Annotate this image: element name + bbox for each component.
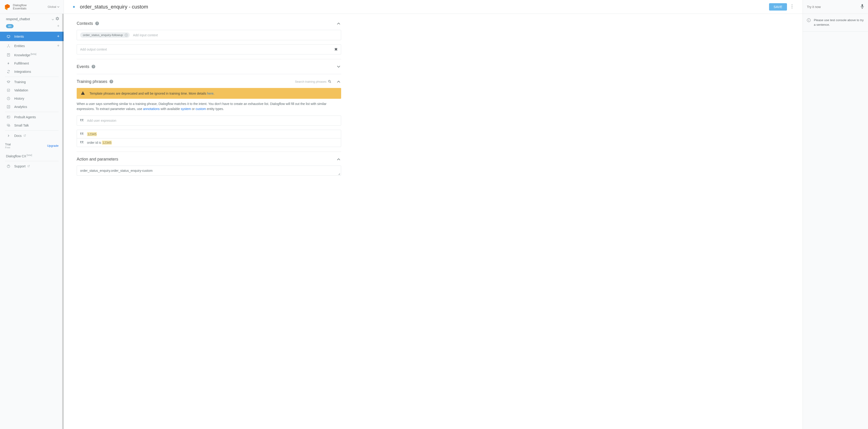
nav-intents[interactable]: Intents + [0, 32, 64, 41]
output-context-field[interactable] [80, 48, 334, 51]
smalltalk-icon [6, 124, 11, 127]
nav-prebuilt-agents[interactable]: Prebuilt Agents [0, 113, 64, 121]
nav-separator [5, 112, 59, 112]
nav-label: Prebuilt Agents [14, 115, 36, 119]
clear-output-context-icon[interactable]: ✖ [334, 47, 338, 52]
nav-docs[interactable]: Docs [0, 131, 64, 140]
input-context-box[interactable]: order_status_enquiry-followup ✕ [77, 30, 341, 40]
info-icon: i [807, 19, 811, 22]
warning-icon [81, 91, 85, 95]
chevron-down-icon [337, 66, 340, 68]
nav-label: Dialogflow CX[new] [6, 154, 32, 158]
nav-dialogflow-cx[interactable]: Dialogflow CX[new] [0, 152, 64, 160]
try-it-input[interactable] [807, 5, 861, 9]
nav-validation[interactable]: Validation [0, 86, 64, 94]
deprecation-warning: Template phrases are deprecated and will… [77, 88, 341, 99]
agent-name: respond_chatbot [6, 17, 50, 21]
add-phrase-input[interactable] [87, 119, 338, 122]
agent-selector[interactable]: respond_chatbot [0, 14, 64, 23]
try-it-panel: i Please use test console above to try a… [803, 0, 868, 429]
agent-dropdown-caret[interactable] [50, 17, 55, 21]
divider [77, 74, 341, 74]
nav-label: Support [14, 164, 30, 168]
chevron-down-icon [57, 6, 59, 7]
global-dropdown[interactable]: Global [48, 5, 59, 8]
help-icon[interactable]: ? [95, 22, 99, 25]
annotated-entity[interactable]: 12345 [102, 141, 112, 145]
help-icon[interactable]: ? [110, 80, 113, 83]
nav-label: Small Talk [14, 124, 29, 127]
main-panel: order_status_enquiry - custom SAVE Conte… [64, 0, 803, 429]
fulfillment-icon [6, 62, 11, 65]
section-events-header: Events ? [77, 64, 341, 69]
system-link[interactable]: system [181, 107, 191, 111]
nav-small-talk[interactable]: Small Talk [0, 121, 64, 129]
analytics-icon [6, 105, 11, 109]
gear-icon[interactable] [55, 17, 59, 21]
collapse-action[interactable] [336, 156, 341, 162]
prebuilt-icon [6, 115, 11, 119]
training-phrase-row[interactable]: order id is 12345 [77, 139, 341, 147]
collapse-training[interactable] [336, 79, 341, 84]
add-intent-button[interactable]: + [57, 34, 59, 39]
dialogflow-logo [4, 4, 10, 10]
annotations-link[interactable]: annotations [143, 107, 160, 111]
phrase-text: order id is 12345 [87, 141, 112, 145]
svg-rect-2 [7, 35, 10, 37]
add-phrase-box[interactable] [77, 116, 341, 126]
help-icon[interactable]: ? [92, 65, 95, 68]
svg-point-20 [329, 81, 330, 82]
action-name-input[interactable] [80, 169, 338, 173]
add-entity-button[interactable]: + [57, 43, 59, 48]
nav-knowledge[interactable]: Knowledge[beta] [0, 51, 64, 59]
warning-details-link[interactable]: here [207, 92, 214, 95]
more-menu-button[interactable] [787, 4, 794, 9]
nav-label: Validation [14, 88, 28, 92]
history-icon [6, 97, 11, 100]
collapse-contexts[interactable] [336, 21, 341, 26]
nav-fulfillment[interactable]: Fulfillment [0, 59, 64, 67]
intent-title[interactable]: order_status_enquiry - custom [80, 4, 769, 10]
output-context-box[interactable]: ✖ [77, 44, 341, 55]
training-phrase-list: 12345 order id is 12345 [77, 130, 341, 147]
annotated-entity[interactable]: 12345 [87, 132, 97, 136]
add-language-button[interactable]: + [57, 24, 59, 29]
trial-label: Trial [5, 143, 11, 146]
language-row: en + [0, 23, 64, 32]
save-button[interactable]: SAVE [769, 3, 787, 10]
sidebar-scrollbar[interactable] [62, 14, 64, 429]
expand-events[interactable] [336, 64, 341, 69]
remove-chip-icon[interactable]: ✕ [125, 33, 128, 37]
nav-label: Intents [14, 35, 24, 38]
input-context-field[interactable] [133, 33, 338, 37]
search-training-phrases[interactable] [290, 80, 332, 83]
svg-point-4 [7, 47, 8, 47]
action-name-box[interactable]: ◢ [77, 165, 341, 176]
chip-label: order_status_enquiry-followup [83, 33, 123, 37]
new-badge: [new] [27, 154, 32, 156]
language-pill[interactable]: en [6, 24, 13, 28]
mic-button[interactable] [861, 4, 864, 9]
nav-label: Analytics [14, 105, 27, 109]
search-training-input[interactable] [290, 80, 327, 83]
section-title: Contexts [77, 21, 93, 26]
nav-entities[interactable]: Entities + [0, 41, 64, 51]
chevron-up-icon [337, 23, 340, 25]
validation-icon [6, 88, 11, 92]
microphone-icon [861, 4, 864, 9]
nav-training[interactable]: Training [0, 78, 64, 86]
nav-integrations[interactable]: Integrations [0, 67, 64, 76]
upgrade-link[interactable]: Upgrade [47, 144, 59, 148]
divider [77, 59, 341, 59]
quote-icon [80, 119, 84, 122]
content-area: Contexts ? order_status_enquiry-followup… [64, 14, 358, 429]
svg-point-3 [8, 44, 9, 45]
nav-history[interactable]: History [0, 94, 64, 103]
input-context-chip[interactable]: order_status_enquiry-followup ✕ [80, 32, 130, 38]
custom-link[interactable]: custom [195, 107, 206, 111]
nav-label: Docs [14, 134, 26, 137]
svg-rect-22 [862, 4, 863, 7]
nav-support[interactable]: Support [0, 162, 64, 171]
nav-analytics[interactable]: Analytics [0, 103, 64, 111]
training-phrase-row[interactable]: 12345 [77, 130, 341, 139]
